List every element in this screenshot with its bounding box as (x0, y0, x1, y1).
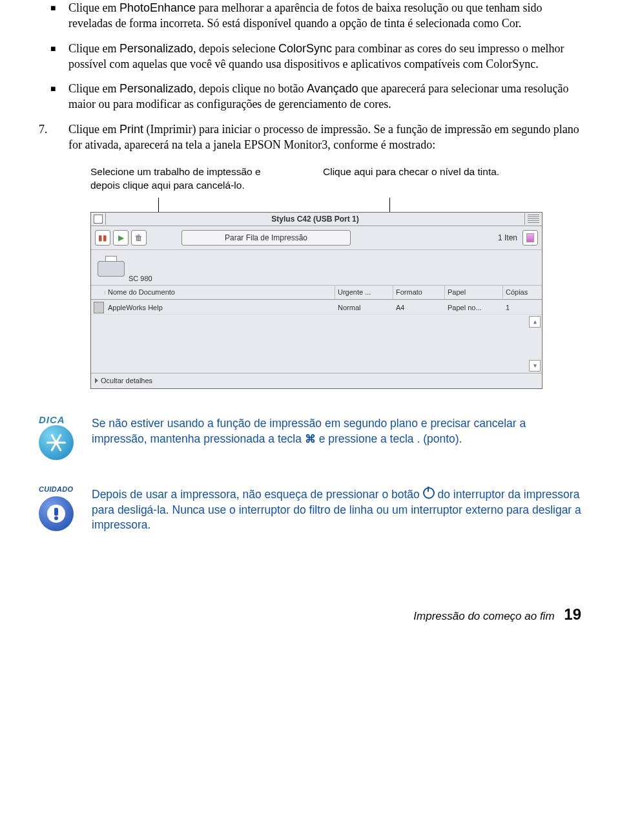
snowflake-icon (39, 425, 74, 460)
screenshot-callouts: Selecione um trabalho de imptessão e dep… (90, 165, 581, 193)
col-paper[interactable]: Papel (445, 286, 503, 299)
title-bar: Stylus C42 (USB Port 1) (91, 213, 542, 226)
epson-monitor-window: Stylus C42 (USB Port 1) ▮▮ ▶ 🗑 Parar Fil… (90, 212, 542, 389)
printer-row: SC 980 (91, 250, 542, 286)
page-number: 19 (564, 605, 581, 623)
cell-urgent: Normal (335, 301, 393, 315)
scroll-down-icon[interactable]: ▾ (529, 360, 541, 372)
close-icon[interactable] (94, 215, 103, 224)
bullet-text: Clique em PhotoEnhance para melhorar a a… (68, 0, 581, 32)
term: Avançado (307, 82, 358, 95)
col-copies[interactable]: Cópias (503, 286, 542, 299)
queue-empty-area: ▴ ▾ (91, 315, 542, 373)
callout-line (389, 198, 390, 212)
term: Personalizado (119, 82, 193, 95)
scroll-up-icon[interactable]: ▴ (529, 316, 541, 328)
tip-badge: DICA (39, 416, 80, 460)
text: Depois de usar a impressora, não esqueça… (92, 488, 423, 501)
caution-text: Depois de usar a impressora, não esqueça… (92, 487, 581, 533)
power-icon (423, 487, 435, 499)
term: ColorSync (278, 42, 332, 55)
tip-block: DICA Se não estiver usando a função de i… (39, 416, 581, 460)
callout-line (158, 198, 159, 212)
pause-button[interactable]: ▮▮ (95, 230, 110, 246)
step-text: Clique em Print (Imprimir) para iniciar … (68, 121, 581, 153)
term: PhotoEnhance (119, 1, 196, 14)
window-title: Stylus C42 (USB Port 1) (105, 213, 525, 225)
item-count: 1 Iten (498, 233, 517, 243)
text: Clique em (68, 123, 119, 136)
bullet-text: Clique em Personalizado, depois clique n… (68, 81, 581, 112)
bullet-item: ■ Clique em PhotoEnhance para melhorar a… (50, 0, 581, 32)
text: Clique em (68, 82, 119, 95)
col-format[interactable]: Formato (393, 286, 445, 299)
callout-left: Selecione um trabalho de imptessão e dep… (90, 165, 278, 193)
play-button[interactable]: ▶ (113, 230, 129, 246)
cell-format: A4 (393, 301, 445, 315)
printer-icon (95, 256, 126, 280)
text: , depois selecione (193, 42, 278, 55)
text: (ponto). (420, 432, 462, 445)
caution-block: CUIDADO Depois de usar a impressora, não… (39, 487, 581, 533)
text: (Imprimir) (143, 123, 199, 136)
col-doc[interactable]: Nome do Documento (105, 286, 335, 299)
term: Personalizado (119, 42, 193, 55)
cell-doc: AppleWorks Help (105, 301, 335, 315)
step-7: 7. Clique em Print (Imprimir) para inici… (39, 121, 581, 153)
text: Clique em (68, 1, 119, 14)
tip-text: Se não estiver usando a função de impres… (92, 416, 581, 447)
bullet-item: ■ Clique em Personalizado, depois clique… (50, 81, 581, 112)
stop-queue-button[interactable]: Parar Fila de Impressão (181, 230, 351, 246)
disclosure-triangle-icon[interactable] (95, 378, 98, 383)
toolbar: ▮▮ ▶ 🗑 Parar Fila de Impressão 1 Iten (91, 226, 542, 250)
page-footer: Impressão do começo ao fim 19 (39, 604, 581, 625)
ink-level-button[interactable] (522, 230, 538, 246)
cell-copies: 1 (503, 301, 542, 315)
status-text: Ocultar detalhes (101, 376, 152, 386)
footer-title: Impressão do começo ao fim (413, 610, 554, 622)
bullet-marker: ■ (50, 0, 68, 32)
callout-lines (90, 198, 581, 212)
term: Print (119, 123, 143, 136)
queue-table-row[interactable]: AppleWorks Help Normal A4 Papel no... 1 (91, 300, 542, 315)
col-urgent[interactable]: Urgente ... (335, 286, 393, 299)
alert-icon (39, 496, 74, 531)
bullet-text: Clique em Personalizado, depois selecion… (68, 41, 581, 72)
bullet-marker: ■ (50, 41, 68, 72)
text: e pressione a tecla (316, 432, 417, 445)
status-row[interactable]: Ocultar detalhes (91, 373, 542, 388)
caution-label: CUIDADO (39, 485, 73, 494)
bullet-marker: ■ (50, 81, 68, 112)
printer-label: SC 980 (129, 274, 152, 284)
step-number: 7. (39, 121, 68, 153)
bullet-item: ■ Clique em Personalizado, depois seleci… (50, 41, 581, 72)
text: , depois clique no botão (193, 82, 307, 95)
toolbar-right: 1 Iten (498, 230, 538, 246)
resize-grip-icon[interactable] (528, 215, 539, 224)
caution-badge: CUIDADO (39, 487, 80, 531)
delete-button[interactable]: 🗑 (131, 230, 147, 246)
tip-label: DICA (39, 414, 65, 426)
command-key-icon: ⌘ (305, 432, 316, 447)
callout-right: Clique aqui para checar o nível da tinta… (323, 165, 499, 193)
queue-table-header: Nome do Documento Urgente ... Formato Pa… (91, 286, 542, 300)
document-icon (94, 302, 104, 313)
text: Clique em (68, 42, 119, 55)
cell-paper: Papel no... (445, 301, 503, 315)
